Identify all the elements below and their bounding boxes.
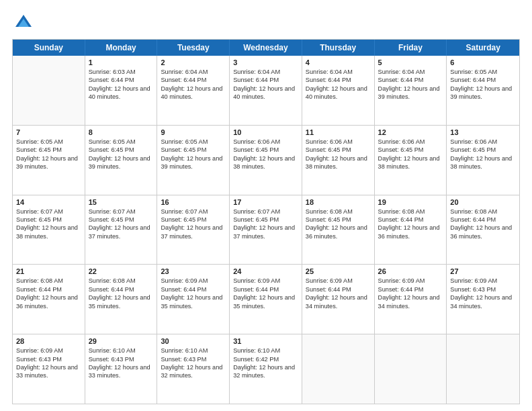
day-cell-3: 3Sunrise: 6:04 AMSunset: 6:44 PMDaylight… [230,56,302,125]
calendar-row-1: 1Sunrise: 6:03 AMSunset: 6:44 PMDaylight… [13,56,519,126]
day-number: 10 [233,128,298,136]
daylight-line: Daylight: 12 hours and 39 minutes. [161,154,226,171]
day-number: 12 [378,128,443,136]
sunrise-line: Sunrise: 6:10 AM [161,347,226,355]
daylight-line: Daylight: 12 hours and 38 minutes. [233,154,298,171]
sunrise-line: Sunrise: 6:08 AM [306,208,371,216]
daylight-line: Daylight: 12 hours and 36 minutes. [306,224,371,240]
day-number: 8 [89,128,154,136]
sunrise-line: Sunrise: 6:05 AM [89,138,154,146]
calendar-row-5: 28Sunrise: 6:09 AMSunset: 6:43 PMDayligh… [13,334,519,404]
daylight-line: Daylight: 12 hours and 38 minutes. [378,154,443,171]
daylight-line: Daylight: 12 hours and 38 minutes. [16,224,81,240]
sunrise-line: Sunrise: 6:06 AM [233,138,298,146]
empty-cell-0-0 [13,56,85,125]
day-number: 23 [161,267,226,275]
day-cell-15: 15Sunrise: 6:07 AMSunset: 6:45 PMDayligh… [85,195,158,265]
day-number: 17 [233,198,298,206]
day-number: 22 [89,267,154,275]
sunset-line: Sunset: 6:44 PM [378,76,443,84]
daylight-line: Daylight: 12 hours and 37 minutes. [161,224,226,240]
sunset-line: Sunset: 6:44 PM [450,76,516,84]
day-number: 3 [233,58,298,66]
day-cell-19: 19Sunrise: 6:08 AMSunset: 6:44 PMDayligh… [375,195,447,265]
sunset-line: Sunset: 6:45 PM [89,146,154,154]
daylight-line: Daylight: 12 hours and 40 minutes. [161,85,226,101]
daylight-line: Daylight: 12 hours and 36 minutes. [378,224,443,240]
day-cell-28: 28Sunrise: 6:09 AMSunset: 6:43 PMDayligh… [13,334,85,404]
daylight-line: Daylight: 12 hours and 33 minutes. [89,363,154,380]
day-number: 9 [161,128,226,136]
sunrise-line: Sunrise: 6:08 AM [16,277,81,285]
weekday-header-tuesday: Tuesday [157,40,230,56]
header [12,12,520,34]
daylight-line: Daylight: 12 hours and 35 minutes. [89,293,154,310]
sunset-line: Sunset: 6:45 PM [306,216,371,224]
day-number: 7 [16,128,81,136]
sunset-line: Sunset: 6:44 PM [233,76,298,84]
sunset-line: Sunset: 6:45 PM [378,146,443,154]
day-cell-6: 6Sunrise: 6:05 AMSunset: 6:44 PMDaylight… [447,56,519,125]
sunset-line: Sunset: 6:44 PM [89,76,154,84]
sunrise-line: Sunrise: 6:07 AM [233,208,298,216]
logo [12,12,33,34]
day-number: 27 [450,267,516,275]
empty-cell-4-5 [375,334,447,404]
day-cell-1: 1Sunrise: 6:03 AMSunset: 6:44 PMDaylight… [85,56,158,125]
day-cell-12: 12Sunrise: 6:06 AMSunset: 6:45 PMDayligh… [375,126,447,195]
day-number: 26 [378,267,443,275]
sunset-line: Sunset: 6:45 PM [233,216,298,224]
empty-cell-4-4 [302,334,375,404]
day-cell-8: 8Sunrise: 6:05 AMSunset: 6:45 PMDaylight… [85,126,158,195]
day-number: 20 [450,198,516,206]
sunset-line: Sunset: 6:43 PM [16,355,81,363]
day-number: 6 [450,58,516,66]
sunset-line: Sunset: 6:45 PM [16,216,81,224]
daylight-line: Daylight: 12 hours and 32 minutes. [161,363,226,380]
sunrise-line: Sunrise: 6:09 AM [161,277,226,285]
sunset-line: Sunset: 6:42 PM [233,355,298,363]
daylight-line: Daylight: 12 hours and 39 minutes. [16,154,81,171]
sunrise-line: Sunrise: 6:09 AM [306,277,371,285]
day-cell-29: 29Sunrise: 6:10 AMSunset: 6:43 PMDayligh… [85,334,158,404]
sunrise-line: Sunrise: 6:10 AM [233,347,298,355]
day-number: 18 [306,198,371,206]
day-cell-24: 24Sunrise: 6:09 AMSunset: 6:44 PMDayligh… [230,265,302,334]
calendar-row-4: 21Sunrise: 6:08 AMSunset: 6:44 PMDayligh… [13,265,519,334]
day-cell-25: 25Sunrise: 6:09 AMSunset: 6:44 PMDayligh… [302,265,375,334]
day-cell-16: 16Sunrise: 6:07 AMSunset: 6:45 PMDayligh… [157,195,230,265]
logo-icon [14,12,33,31]
daylight-line: Daylight: 12 hours and 34 minutes. [306,293,371,310]
day-cell-14: 14Sunrise: 6:07 AMSunset: 6:45 PMDayligh… [13,195,85,265]
day-cell-4: 4Sunrise: 6:04 AMSunset: 6:44 PMDaylight… [302,56,375,125]
daylight-line: Daylight: 12 hours and 35 minutes. [233,293,298,310]
sunset-line: Sunset: 6:45 PM [16,146,81,154]
daylight-line: Daylight: 12 hours and 32 minutes. [233,363,298,380]
daylight-line: Daylight: 12 hours and 39 minutes. [378,85,443,101]
sunset-line: Sunset: 6:45 PM [306,146,371,154]
calendar-body: 1Sunrise: 6:03 AMSunset: 6:44 PMDaylight… [13,56,519,404]
sunrise-line: Sunrise: 6:09 AM [450,277,516,285]
sunset-line: Sunset: 6:44 PM [378,216,443,224]
sunrise-line: Sunrise: 6:04 AM [306,68,371,76]
sunset-line: Sunset: 6:44 PM [306,285,371,293]
day-number: 14 [16,198,81,206]
daylight-line: Daylight: 12 hours and 37 minutes. [89,224,154,240]
weekday-header-saturday: Saturday [447,40,519,56]
sunset-line: Sunset: 6:45 PM [233,146,298,154]
sunrise-line: Sunrise: 6:06 AM [450,138,516,146]
day-number: 13 [450,128,516,136]
daylight-line: Daylight: 12 hours and 34 minutes. [450,293,516,310]
day-number: 11 [306,128,371,136]
day-number: 31 [233,337,298,345]
sunrise-line: Sunrise: 6:04 AM [233,68,298,76]
day-number: 28 [16,337,81,345]
sunset-line: Sunset: 6:44 PM [89,285,154,293]
sunrise-line: Sunrise: 6:03 AM [89,68,154,76]
sunrise-line: Sunrise: 6:05 AM [16,138,81,146]
sunrise-line: Sunrise: 6:05 AM [161,138,226,146]
empty-cell-4-6 [447,334,519,404]
day-cell-21: 21Sunrise: 6:08 AMSunset: 6:44 PMDayligh… [13,265,85,334]
day-number: 21 [16,267,81,275]
day-cell-11: 11Sunrise: 6:06 AMSunset: 6:45 PMDayligh… [302,126,375,195]
